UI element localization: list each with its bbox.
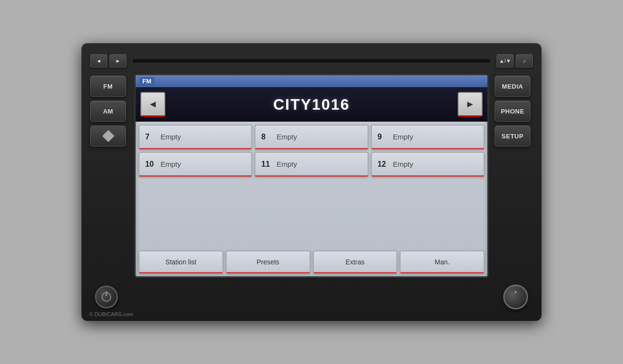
preset-7-num: 7 xyxy=(145,133,155,141)
preset-10-name: Empty xyxy=(161,160,181,168)
preset-9-num: 9 xyxy=(378,133,387,141)
band-label: FM xyxy=(139,77,154,85)
fm-label: FM xyxy=(104,83,113,90)
eject-button[interactable]: ▲/▼ xyxy=(496,54,514,68)
prev-icon: ◄ xyxy=(96,58,102,64)
knob-indicator xyxy=(515,291,517,293)
next-icon: ► xyxy=(115,58,121,64)
eject-icon: ▲/▼ xyxy=(499,58,511,64)
nav-buttons-left: ◄ ► xyxy=(90,54,127,68)
media-label: MEDIA xyxy=(502,83,523,90)
power-button[interactable] xyxy=(95,285,118,308)
station-name: CITY1016 xyxy=(169,96,454,114)
left-arrow-icon: ◄ xyxy=(148,99,158,110)
preset-9-button[interactable]: 9 Empty xyxy=(371,125,485,149)
tape-slot xyxy=(132,58,491,63)
presets-button[interactable]: Presets xyxy=(226,250,311,273)
volume-knob[interactable] xyxy=(503,284,528,309)
phone-button[interactable]: PHONE xyxy=(495,101,531,122)
media-button[interactable]: MEDIA xyxy=(495,76,531,97)
preset-grid: 7 Empty 8 Empty 9 Empty 10 Empty xyxy=(136,122,487,248)
manual-button[interactable]: Man. xyxy=(400,250,485,273)
band-row: FM xyxy=(136,75,487,87)
phone-label: PHONE xyxy=(501,108,524,115)
preset-11-button[interactable]: 11 Empty xyxy=(254,152,368,177)
station-row: ◄ CITY1016 ► xyxy=(136,87,487,122)
preset-10-num: 10 xyxy=(145,160,155,169)
manual-label: Man. xyxy=(435,258,450,266)
top-bar: ◄ ► ▲/▼ ♪ xyxy=(90,53,533,69)
extras-button[interactable]: Extras xyxy=(313,250,398,273)
radio-unit: ◄ ► ▲/▼ ♪ FM AM xyxy=(81,43,542,321)
preset-8-button[interactable]: 8 Empty xyxy=(254,125,368,149)
extras-label: Extras xyxy=(346,258,365,266)
prev-track-button[interactable]: ◄ xyxy=(90,54,107,68)
preset-row-2: 10 Empty 11 Empty 12 Empty xyxy=(138,152,485,177)
main-area: FM AM FM ◄ CITY1016 ► xyxy=(90,74,533,278)
left-controls: FM AM xyxy=(90,74,128,278)
preset-9-name: Empty xyxy=(393,133,414,141)
preset-12-num: 12 xyxy=(378,160,387,169)
preset-8-num: 8 xyxy=(261,133,271,141)
setup-button[interactable]: SETUP xyxy=(495,125,531,147)
prev-station-button[interactable]: ◄ xyxy=(140,92,165,117)
function-row: Station list Presets Extras Man. xyxy=(136,248,487,276)
music-icon: ♪ xyxy=(523,58,526,64)
right-controls: MEDIA PHONE SETUP xyxy=(495,74,533,278)
presets-label: Presets xyxy=(256,258,279,266)
setup-label: SETUP xyxy=(502,133,524,140)
station-list-label: Station list xyxy=(165,258,196,266)
right-arrow-icon: ► xyxy=(465,99,475,110)
bottom-bar xyxy=(90,283,533,311)
preset-row-1: 7 Empty 8 Empty 9 Empty xyxy=(138,125,485,149)
station-list-button[interactable]: Station list xyxy=(138,250,223,273)
preset-7-button[interactable]: 7 Empty xyxy=(138,125,252,149)
next-track-button[interactable]: ► xyxy=(109,54,127,68)
music-button[interactable]: ♪ xyxy=(516,54,533,68)
preset-11-num: 11 xyxy=(261,160,271,169)
power-icon xyxy=(102,292,111,302)
fm-button[interactable]: FM xyxy=(90,76,126,97)
nav-buttons-right: ▲/▼ ♪ xyxy=(496,54,533,68)
preset-11-name: Empty xyxy=(277,160,297,168)
source-button[interactable] xyxy=(90,125,126,147)
diamond-icon xyxy=(102,130,114,142)
am-button[interactable]: AM xyxy=(90,101,126,122)
preset-12-button[interactable]: 12 Empty xyxy=(371,152,485,177)
next-station-button[interactable]: ► xyxy=(458,92,483,117)
watermark: © DUBICARS.com xyxy=(89,311,133,317)
preset-7-name: Empty xyxy=(161,133,181,141)
preset-10-button[interactable]: 10 Empty xyxy=(138,152,252,177)
am-label: AM xyxy=(103,108,113,115)
preset-8-name: Empty xyxy=(277,133,297,141)
screen: FM ◄ CITY1016 ► 7 Empty xyxy=(134,74,489,278)
preset-12-name: Empty xyxy=(393,160,414,168)
